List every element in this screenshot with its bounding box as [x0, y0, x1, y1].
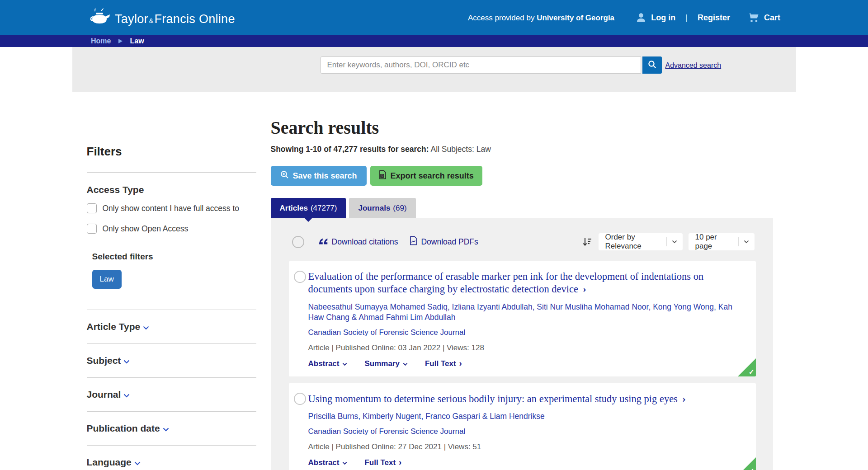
chevron-down-icon [134, 461, 141, 465]
per-page-select[interactable]: 10 per page [689, 233, 755, 250]
full-access-checkbox-row[interactable]: Only show content I have full access to [87, 203, 256, 213]
save-search-button[interactable]: Save this search [271, 166, 367, 186]
download-pdfs-label: Download PDFs [421, 237, 478, 247]
export-file-icon [379, 170, 387, 182]
chevron-down-icon [123, 360, 130, 364]
checkmark-icon: ✓ [749, 467, 755, 470]
summary-link[interactable]: Summary [364, 359, 407, 368]
results-panel: Download citations Download PDFs [271, 218, 773, 470]
chevron-down-icon [143, 326, 149, 330]
breadcrumb-home-link[interactable]: Home [91, 37, 111, 45]
breadcrumb-current: Law [130, 37, 144, 45]
sort-order-icon[interactable] [582, 237, 592, 247]
filters-title: Filters [87, 145, 271, 159]
filter-section-journal[interactable]: Journal [87, 378, 256, 412]
filters-sidebar: Filters Access Type Only show content I … [72, 92, 271, 470]
per-page-value: 10 per page [695, 233, 734, 251]
results-toolbar: Download citations Download PDFs [271, 218, 773, 250]
article-select-radio[interactable] [294, 393, 306, 405]
cart-group[interactable]: Cart [747, 12, 780, 24]
full-text-link[interactable]: Full Text › [425, 359, 462, 368]
search-input[interactable] [321, 56, 641, 74]
site-header: Taylor&Francis Online Access provided by… [0, 0, 868, 35]
filter-section-label: Language [87, 457, 132, 468]
select-all-radio[interactable] [292, 236, 304, 248]
journal-link[interactable]: Canadian Society of Forensic Science Jou… [308, 328, 466, 337]
filter-section-label: Publication date [87, 423, 160, 434]
abstract-link[interactable]: Abstract [308, 359, 348, 368]
filter-section-label: Journal [87, 389, 121, 400]
chevron-down-icon [738, 237, 749, 246]
cart-link[interactable]: Cart [764, 13, 780, 23]
chevron-down-icon [342, 359, 347, 368]
access-provided-note: Access provided by University of Georgia [468, 14, 614, 23]
header-divider: | [685, 13, 688, 23]
tab-articles[interactable]: Articles (47277) [271, 198, 346, 218]
teapot-logo-icon [90, 7, 110, 28]
person-icon [635, 12, 647, 24]
order-by-select[interactable]: Order by Relevance [599, 233, 683, 250]
article-title-link[interactable]: Using momentum to determine serious bodi… [308, 392, 738, 405]
filter-section-language[interactable]: Language [87, 446, 256, 470]
article-title-link[interactable]: Evaluation of the performance of erasabl… [308, 270, 738, 296]
open-access-checkbox[interactable] [87, 224, 97, 234]
tab-journals-count: (69) [393, 204, 406, 213]
search-band: Advanced search [72, 47, 796, 92]
article-links: Abstract Full Text › [308, 458, 738, 467]
results-count-strong: Showing 1-10 of 47,277 results for searc… [271, 145, 429, 154]
chevron-down-icon [163, 428, 169, 432]
filter-section-label: Subject [87, 355, 121, 366]
results-tabs: Articles (47277) Journals (69) [271, 198, 796, 218]
save-search-label: Save this search [293, 171, 357, 181]
article-authors[interactable]: Nabeesathul Sumayya Mohamed Sadiq, Izlia… [308, 302, 738, 323]
brand-logo[interactable]: Taylor&Francis Online [90, 7, 235, 28]
article-links: Abstract Summary Full Text › [308, 359, 738, 368]
download-pdfs-link[interactable]: Download PDFs [410, 236, 478, 248]
checkmark-icon: ✓ [749, 368, 755, 376]
download-citations-link[interactable]: Download citations [319, 237, 398, 247]
search-button[interactable] [642, 56, 662, 74]
filter-section-subject[interactable]: Subject [87, 344, 256, 378]
brand-wordmark: Taylor&Francis Online [115, 13, 235, 28]
full-access-checkbox[interactable] [87, 203, 97, 213]
tab-articles-count: (47277) [311, 204, 337, 213]
chevron-down-icon [342, 458, 347, 467]
header-actions: Log in | Register Cart [635, 0, 780, 35]
article-authors[interactable]: Priscilla Burns, Kimberly Nugent, Franco… [308, 411, 738, 422]
divider [87, 172, 256, 173]
access-org: University of Georgia [537, 14, 614, 22]
chevron-down-icon [123, 394, 130, 398]
chevron-right-icon: › [682, 393, 686, 404]
full-text-link[interactable]: Full Text › [364, 458, 401, 467]
breadcrumb: Home Law [0, 35, 868, 47]
export-results-button[interactable]: Export search results [370, 166, 482, 186]
login-link[interactable]: Log in [651, 13, 675, 23]
article-meta: Article | Published Online: 03 Jan 2022 … [308, 343, 738, 352]
journal-link[interactable]: Canadian Society of Forensic Science Jou… [308, 427, 466, 436]
filter-section-publication-date[interactable]: Publication date [87, 412, 256, 446]
filter-section-label: Article Type [87, 321, 141, 332]
selected-filter-chip-law[interactable]: Law [92, 270, 122, 289]
results-area: Search results Showing 1-10 of 47,277 re… [271, 92, 796, 470]
result-card: Using momentum to determine serious bodi… [289, 383, 756, 470]
open-access-checkbox-row[interactable]: Only show Open Access [87, 224, 256, 234]
tab-journals[interactable]: Journals (69) [349, 198, 415, 218]
pdf-file-icon [410, 236, 417, 248]
open-access-label: Only show Open Access [103, 224, 189, 234]
results-actions: Save this search Export search results [271, 166, 796, 186]
quote-icon [319, 237, 328, 247]
main-content: Filters Access Type Only show content I … [72, 92, 796, 470]
results-count-line: Showing 1-10 of 47,277 results for searc… [271, 145, 796, 154]
search-icon [648, 60, 656, 70]
results-count-query: All Subjects: Law [431, 145, 491, 154]
filter-section-article-type[interactable]: Article Type [87, 310, 256, 344]
advanced-search-link[interactable]: Advanced search [665, 61, 722, 70]
register-link[interactable]: Register [698, 13, 730, 23]
full-access-label: Only show content I have full access to [103, 203, 240, 213]
selected-filters-title: Selected filters [92, 252, 271, 262]
chevron-right-icon: › [399, 457, 401, 467]
article-select-radio[interactable] [294, 271, 306, 283]
abstract-link[interactable]: Abstract [308, 458, 348, 467]
chevron-right-icon: › [583, 283, 586, 295]
save-search-icon [280, 170, 289, 181]
